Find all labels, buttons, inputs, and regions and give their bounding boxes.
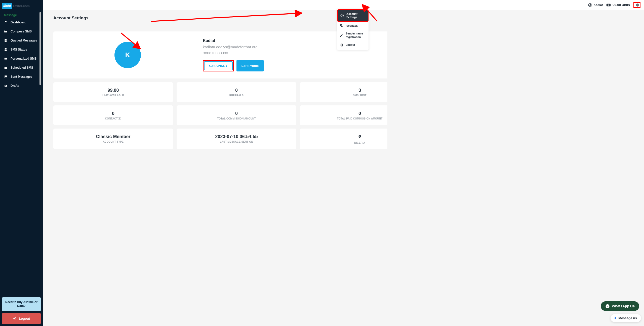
stack-icon <box>4 48 8 51</box>
stat-value: 3 <box>302 88 387 93</box>
dropdown-item-sender-name[interactable]: Sender name registration <box>337 30 369 41</box>
sidebar-item-personalized[interactable]: Personalized SMS <box>0 54 43 63</box>
stat-last-message: 2023-07-10 06:54:55 LAST MESSAGE SENT ON <box>177 129 296 149</box>
profile-name: Kadiat <box>203 38 264 43</box>
logout-icon <box>340 43 343 47</box>
profile-phone: 380670000000 <box>203 50 264 56</box>
stat-unit-available: 99.00 UNIT AVAILABLE <box>53 82 173 102</box>
user-circle-icon <box>340 14 344 17</box>
sidebar-item-dashboard[interactable]: Dashboard <box>0 18 43 27</box>
chat-icon <box>4 75 8 78</box>
svg-point-6 <box>342 15 343 16</box>
logo[interactable]: Multi Texter.com <box>0 0 43 11</box>
sidebar-item-status[interactable]: SMS Status <box>0 45 43 54</box>
stat-location: NIGERIA <box>300 129 387 149</box>
stat-account-type: Classic Member ACCOUNT TYPE <box>53 129 173 149</box>
pencil-icon <box>340 34 343 37</box>
stat-value: 0 <box>56 111 171 116</box>
stack-icon <box>4 39 8 42</box>
sidebar-item-label: SMS Status <box>11 48 27 51</box>
envelope-icon <box>4 30 8 33</box>
stat-contacts: 0 CONTACT(S) <box>53 105 173 125</box>
svg-rect-0 <box>5 67 7 69</box>
stat-commission: 0 TOTAL COMMISSION AMOUNT <box>177 105 296 125</box>
sidebar-item-label: Queued Messages <box>11 39 37 42</box>
stat-value: 99.00 <box>56 88 171 93</box>
sidebar-item-drafts[interactable]: Drafts <box>0 81 43 90</box>
calendar-icon <box>4 66 8 69</box>
stat-label: SMS SENT <box>302 94 387 97</box>
stat-label: TOTAL COMMISSION AMOUNT <box>179 117 294 120</box>
sidebar-nav: Dashboard Compose SMS Queued Messages SM… <box>0 18 43 90</box>
sidebar-item-label: Personalized SMS <box>11 57 36 60</box>
stat-label: REFERALS <box>179 94 294 97</box>
logo-rest: Texter.com <box>13 4 30 8</box>
sidebar-item-label: Dashboard <box>11 21 26 24</box>
stat-label: NIGERIA <box>302 141 387 144</box>
pin-icon <box>302 134 387 140</box>
settings-dropdown: Account Settings feedback Sender name re… <box>337 9 369 50</box>
avatar: K <box>114 42 141 68</box>
gauge-icon <box>4 21 8 24</box>
dropdown-item-label: Sender name registration <box>346 32 366 38</box>
draft-icon <box>4 84 8 88</box>
stat-value: Classic Member <box>56 134 171 139</box>
stat-paid-commission: 0 TOTAL PAID COMMISSION AMOUNT <box>300 105 387 125</box>
sidebar-scrollbar[interactable] <box>39 12 41 85</box>
inbox-icon <box>4 57 8 60</box>
stat-referals: 0 REFERALS <box>177 82 296 102</box>
stat-value: 2023-07-10 06:54:55 <box>179 134 294 139</box>
main-content: Account Settings K Kadiat kadiatu.odalys… <box>43 10 387 155</box>
stat-label: UNIT AVAILABLE <box>56 94 171 97</box>
sidebar: Multi Texter.com Message Dashboard Compo… <box>0 0 43 196</box>
sidebar-item-scheduled[interactable]: Scheduled SMS <box>0 63 43 72</box>
sidebar-item-label: Compose SMS <box>11 30 32 33</box>
apikey-highlight: Get APIKEY <box>203 60 234 71</box>
stat-label: TOTAL PAID COMMISSION AMOUNT <box>302 117 387 120</box>
dropdown-item-account-settings[interactable]: Account Settings <box>338 10 368 21</box>
stat-value: 0 <box>179 88 294 93</box>
stat-sms-sent: 3 SMS SENT <box>300 82 387 102</box>
sidebar-item-label: Drafts <box>11 84 19 88</box>
dropdown-item-feedback[interactable]: feedback <box>337 22 369 30</box>
dropdown-item-label: feedback <box>346 24 358 27</box>
profile-email: kadiatu.odalys@madeforthat.org <box>203 44 264 50</box>
stat-label: ACCOUNT TYPE <box>56 140 171 143</box>
sidebar-section-label: Message <box>0 11 43 18</box>
edit-profile-button[interactable]: Edit Profile <box>236 60 264 71</box>
dropdown-item-label: Account Settings <box>346 12 365 19</box>
stat-value: 0 <box>179 111 294 116</box>
stat-label: LAST MESSAGE SENT ON <box>179 140 294 143</box>
logo-badge: Multi <box>2 3 12 9</box>
topbar: Kadiat 99.00 Units <box>43 0 387 10</box>
profile-info: Kadiat kadiatu.odalys@madeforthat.org 38… <box>203 38 264 71</box>
sidebar-item-compose[interactable]: Compose SMS <box>0 27 43 36</box>
dropdown-item-logout[interactable]: Logout <box>337 41 369 49</box>
sidebar-item-label: Sent Messages <box>11 75 32 78</box>
comments-icon <box>340 24 343 27</box>
sidebar-item-sent[interactable]: Sent Messages <box>0 72 43 81</box>
stat-value: 0 <box>302 111 387 116</box>
sidebar-item-queued[interactable]: Queued Messages <box>0 36 43 45</box>
dropdown-item-label: Logout <box>346 43 355 47</box>
sidebar-item-label: Scheduled SMS <box>11 66 33 69</box>
get-apikey-button[interactable]: Get APIKEY <box>204 61 232 70</box>
stat-label: CONTACT(S) <box>56 117 171 120</box>
stats-grid: 99.00 UNIT AVAILABLE 0 REFERALS 3 SMS SE… <box>53 82 387 149</box>
